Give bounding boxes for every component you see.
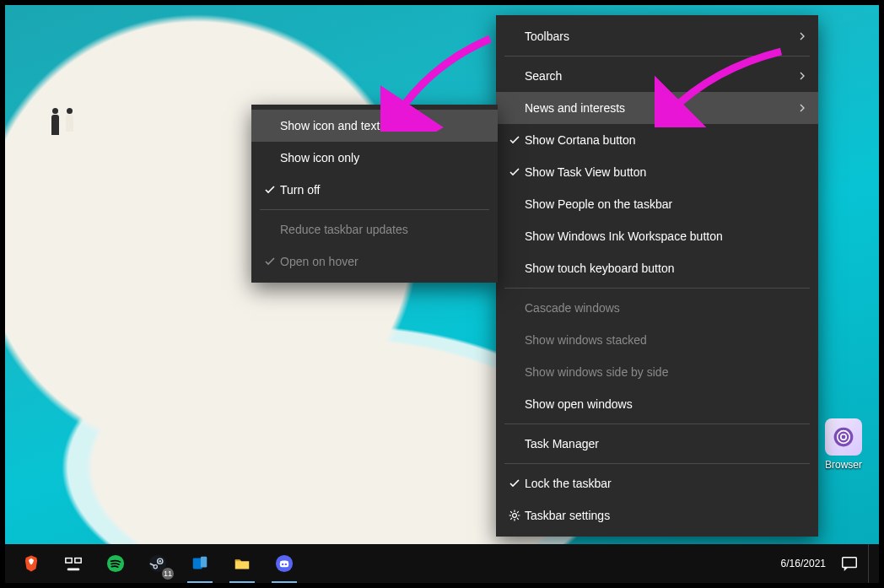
show-desktop-button[interactable] xyxy=(868,544,874,583)
phone-link-icon xyxy=(191,554,209,573)
menu-task-manager[interactable]: Task Manager xyxy=(496,428,818,460)
menu-label: Show icon and text xyxy=(280,119,486,132)
menu-label: Show Cortana button xyxy=(525,133,806,147)
svg-point-3 xyxy=(513,514,517,518)
menu-label: Taskbar settings xyxy=(525,509,806,522)
submenu-show-icon-text[interactable]: Show icon and text xyxy=(251,110,498,142)
taskbar-steam-button[interactable]: 11 xyxy=(138,544,177,583)
menu-lock-taskbar[interactable]: Lock the taskbar xyxy=(496,467,818,499)
menu-separator xyxy=(504,423,810,424)
news-interests-submenu: Show icon and text Show icon only Turn o… xyxy=(251,105,498,283)
submenu-turn-off[interactable]: Turn off xyxy=(251,174,498,206)
menu-news-interests[interactable]: News and interests xyxy=(496,92,818,124)
menu-show-cortana[interactable]: Show Cortana button xyxy=(496,124,818,156)
svg-rect-6 xyxy=(67,569,80,571)
brave-icon xyxy=(22,554,40,573)
menu-show-ink[interactable]: Show Windows Ink Workspace button xyxy=(496,220,818,252)
menu-open-windows[interactable]: Show open windows xyxy=(496,388,818,420)
desktop-icon-browser[interactable]: Browser xyxy=(818,418,869,471)
taskbar-context-menu: Toolbars Search News and interests Sho xyxy=(496,15,818,537)
taskbar-notifications-button[interactable] xyxy=(836,544,863,583)
chevron-right-icon xyxy=(798,101,806,115)
menu-toolbars[interactable]: Toolbars xyxy=(496,20,818,52)
taskbar-yourphone-button[interactable] xyxy=(181,544,219,583)
submenu-open-on-hover: Open on hover xyxy=(251,245,498,278)
chevron-right-icon xyxy=(798,69,806,83)
taskbar-discord-button[interactable] xyxy=(265,544,304,583)
menu-label: News and interests xyxy=(525,101,798,115)
svg-rect-4 xyxy=(66,558,72,564)
menu-sidebyside: Show windows side by side xyxy=(496,356,818,388)
menu-label: Show windows stacked xyxy=(525,333,806,347)
chevron-right-icon xyxy=(798,30,806,43)
menu-label: Lock the taskbar xyxy=(525,477,806,490)
tor-browser-icon xyxy=(825,418,862,456)
checkmark-icon xyxy=(260,256,280,267)
taskbar-date[interactable]: 6/16/2021 xyxy=(781,558,826,569)
checkmark-icon xyxy=(504,477,525,489)
svg-rect-13 xyxy=(201,557,207,568)
menu-label: Toolbars xyxy=(525,30,798,43)
menu-search[interactable]: Search xyxy=(496,60,818,92)
gear-icon xyxy=(504,509,525,522)
menu-label: Show open windows xyxy=(525,397,806,411)
discord-icon xyxy=(275,554,294,573)
menu-label: Task Manager xyxy=(525,437,806,450)
menu-label: Show windows side by side xyxy=(525,365,806,379)
menu-label: Search xyxy=(525,69,798,83)
taskbar: 11 xyxy=(5,544,879,583)
folder-icon xyxy=(233,554,251,573)
menu-stacked: Show windows stacked xyxy=(496,324,818,356)
checkmark-icon xyxy=(504,134,525,146)
menu-separator xyxy=(504,288,810,289)
submenu-reduce-updates: Reduce taskbar updates xyxy=(251,213,498,245)
menu-label: Show Windows Ink Workspace button xyxy=(525,229,806,243)
menu-separator xyxy=(260,209,489,210)
spotify-icon xyxy=(106,554,125,573)
menu-label: Show Task View button xyxy=(525,165,806,179)
menu-taskbar-settings[interactable]: Taskbar settings xyxy=(496,499,818,531)
menu-show-people[interactable]: Show People on the taskbar xyxy=(496,188,818,220)
taskview-icon xyxy=(64,554,83,573)
steam-badge: 11 xyxy=(162,568,174,580)
menu-label: Show People on the taskbar xyxy=(525,197,806,211)
menu-label: Turn off xyxy=(280,183,486,197)
checkmark-icon xyxy=(504,166,525,178)
checkmark-icon xyxy=(260,184,280,196)
svg-point-16 xyxy=(285,564,287,565)
wallpaper-figures xyxy=(51,115,73,135)
menu-label: Show icon only xyxy=(280,151,486,165)
menu-label: Show touch keyboard button xyxy=(525,262,806,275)
menu-cascade: Cascade windows xyxy=(496,292,818,324)
taskbar-taskview-button[interactable] xyxy=(54,544,93,583)
menu-show-touchkb[interactable]: Show touch keyboard button xyxy=(496,252,818,284)
svg-rect-5 xyxy=(75,558,81,564)
taskbar-brave-button[interactable] xyxy=(12,544,51,583)
svg-rect-17 xyxy=(843,558,857,568)
menu-label: Open on hover xyxy=(280,255,486,268)
taskbar-spotify-button[interactable] xyxy=(96,544,135,583)
desktop-icon-label: Browser xyxy=(818,459,869,471)
svg-point-10 xyxy=(159,560,161,563)
menu-label: Reduce taskbar updates xyxy=(280,223,486,236)
menu-separator xyxy=(504,56,810,57)
taskbar-explorer-button[interactable] xyxy=(223,544,261,583)
menu-show-taskview[interactable]: Show Task View button xyxy=(496,156,818,188)
svg-point-15 xyxy=(282,564,283,565)
submenu-show-icon-only[interactable]: Show icon only xyxy=(251,142,498,174)
notifications-icon xyxy=(840,554,859,573)
menu-label: Cascade windows xyxy=(525,301,806,315)
menu-separator xyxy=(504,463,810,464)
